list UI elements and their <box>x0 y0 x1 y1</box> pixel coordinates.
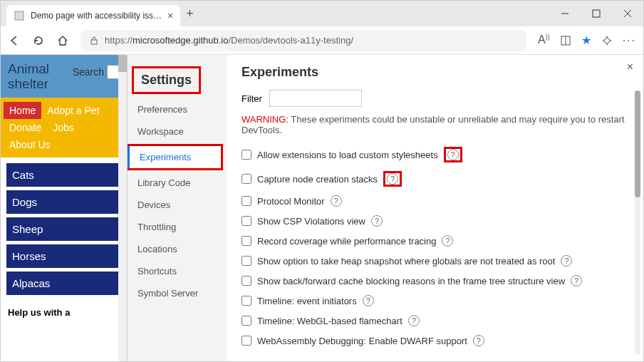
experiment-checkbox[interactable] <box>242 216 251 226</box>
copilot-icon[interactable] <box>601 35 613 46</box>
settings-item-devices[interactable]: Devices <box>128 194 227 216</box>
experiment-label: Allow extensions to load custom styleshe… <box>257 150 438 160</box>
titlebar: Demo page with accessibility iss… × + <box>1 1 643 26</box>
experiment-checkbox[interactable] <box>242 150 251 160</box>
read-aloud-icon[interactable]: A)) <box>538 33 550 46</box>
help-icon[interactable]: ? <box>442 235 453 247</box>
experiments-panel: × Experiments Filter WARNING: These expe… <box>227 55 643 361</box>
url-text: https://microsoftedge.github.io/Demos/de… <box>105 35 353 46</box>
experiment-row: Show CSP Violations view? <box>242 211 629 231</box>
settings-item-locations[interactable]: Locations <box>128 238 227 260</box>
experiment-row: Record coverage while performance tracin… <box>242 231 629 251</box>
settings-item-shortcuts[interactable]: Shortcuts <box>128 260 227 282</box>
experiment-label: Capture node creation stacks <box>257 174 378 185</box>
address-bar[interactable]: https://microsoftedge.github.io/Demos/de… <box>80 30 526 51</box>
tab-title: Demo page with accessibility iss… <box>31 11 162 21</box>
experiment-label: Timeline: WebGL-based flamechart <box>257 316 402 326</box>
page-scrollbar[interactable] <box>118 55 127 361</box>
experiment-label: Timeline: event initiators <box>257 296 357 306</box>
page-icon <box>14 10 25 21</box>
nav-about-us[interactable]: About Us <box>4 136 56 153</box>
experiment-checkbox[interactable] <box>242 256 251 266</box>
settings-item-preferences[interactable]: Preferences <box>128 98 227 120</box>
settings-item-library-code[interactable]: Library Code <box>128 172 227 194</box>
experiment-label: Show option to take heap snapshot where … <box>257 256 555 267</box>
help-icon[interactable]: ? <box>387 173 398 185</box>
experiment-row: Show option to take heap snapshot where … <box>242 251 629 271</box>
side-cats[interactable]: Cats <box>6 163 121 187</box>
svg-rect-2 <box>593 10 600 17</box>
refresh-button[interactable] <box>32 34 45 47</box>
settings-title: Settings <box>134 68 199 92</box>
experiment-row: WebAssembly Debugging: Enable DWARF supp… <box>242 331 629 351</box>
toolbar: https://microsoftedge.github.io/Demos/de… <box>1 26 643 55</box>
help-icon[interactable]: ? <box>571 275 582 286</box>
home-button[interactable] <box>56 34 69 47</box>
panel-title: Experiments <box>242 65 629 80</box>
experiment-checkbox[interactable] <box>242 196 251 206</box>
webpage-pane: Animalshelter Search HomeAdopt a PetDona… <box>1 55 128 361</box>
experiment-row: Capture node creation stacks? <box>242 167 629 191</box>
side-dogs[interactable]: Dogs <box>6 190 121 214</box>
settings-item-throttling[interactable]: Throttling <box>128 216 227 238</box>
side-alpacas[interactable]: Alpacas <box>6 272 121 296</box>
experiment-checkbox[interactable] <box>242 174 251 184</box>
help-heading: Help us with a <box>1 304 127 321</box>
experiment-label: Show back/forward cache blocking reasons… <box>257 276 565 286</box>
filter-input[interactable] <box>269 90 362 107</box>
svg-rect-5 <box>91 40 97 44</box>
side-sheep[interactable]: Sheep <box>6 217 121 242</box>
experiment-label: Record coverage while performance tracin… <box>257 236 436 247</box>
back-button[interactable] <box>8 34 21 47</box>
filter-label: Filter <box>242 93 262 104</box>
site-search: Search <box>73 65 123 79</box>
experiment-row: Allow extensions to load custom styleshe… <box>242 143 629 167</box>
nav-donate[interactable]: Donate <box>4 119 47 136</box>
menu-button[interactable]: ··· <box>623 34 636 47</box>
help-icon[interactable]: ? <box>331 195 342 207</box>
devtools-settings: Settings PreferencesWorkspaceExperiments… <box>128 55 643 361</box>
experiment-checkbox[interactable] <box>242 296 251 306</box>
main-nav: HomeAdopt a PetDonateJobsAbout Us <box>1 98 127 157</box>
experiment-checkbox[interactable] <box>242 316 251 326</box>
tab-close-icon[interactable]: × <box>167 10 173 21</box>
nav-jobs[interactable]: Jobs <box>47 119 80 136</box>
close-icon[interactable]: × <box>627 61 633 73</box>
side-horses[interactable]: Horses <box>6 244 121 269</box>
experiment-label: Protocol Monitor <box>257 196 325 207</box>
experiment-checkbox[interactable] <box>242 236 251 246</box>
experiment-row: Protocol Monitor? <box>242 191 629 211</box>
experiment-row: Timeline: event initiators? <box>242 291 629 311</box>
experiment-label: WebAssembly Debugging: Enable DWARF supp… <box>257 336 467 346</box>
svg-rect-0 <box>15 11 24 20</box>
help-icon[interactable]: ? <box>408 315 420 326</box>
settings-item-experiments[interactable]: Experiments <box>128 146 221 168</box>
experiment-checkbox[interactable] <box>242 276 251 286</box>
experiment-row: Show back/forward cache blocking reasons… <box>242 271 629 291</box>
settings-item-workspace[interactable]: Workspace <box>128 120 227 143</box>
settings-item-symbol-server[interactable]: Symbol Server <box>128 282 227 304</box>
experiment-checkbox[interactable] <box>242 336 251 346</box>
maximize-button[interactable] <box>581 1 612 26</box>
experiment-row: Timeline: WebGL-based flamechart? <box>242 311 629 331</box>
experiment-label: Show CSP Violations view <box>257 216 365 227</box>
help-icon[interactable]: ? <box>561 255 572 267</box>
warning-text: WARNING: These experiments could be unst… <box>242 114 629 135</box>
help-icon[interactable]: ? <box>363 295 374 306</box>
close-window-button[interactable] <box>612 1 643 26</box>
lock-icon <box>89 36 99 46</box>
settings-nav: Settings PreferencesWorkspaceExperiments… <box>128 55 227 361</box>
help-icon[interactable]: ? <box>447 149 459 160</box>
nav-home[interactable]: Home <box>4 102 41 119</box>
panel-scrollbar[interactable] <box>635 90 640 354</box>
new-tab-button[interactable]: + <box>186 6 194 21</box>
nav-adopt-a-pet[interactable]: Adopt a Pet <box>41 102 105 119</box>
favorite-icon[interactable]: ★ <box>581 33 591 47</box>
reader-icon[interactable] <box>560 35 571 46</box>
side-nav: CatsDogsSheepHorsesAlpacas <box>1 157 127 304</box>
help-icon[interactable]: ? <box>371 215 383 227</box>
browser-tab[interactable]: Demo page with accessibility iss… × <box>6 5 180 26</box>
help-icon[interactable]: ? <box>473 335 484 346</box>
minimize-button[interactable] <box>549 1 581 26</box>
